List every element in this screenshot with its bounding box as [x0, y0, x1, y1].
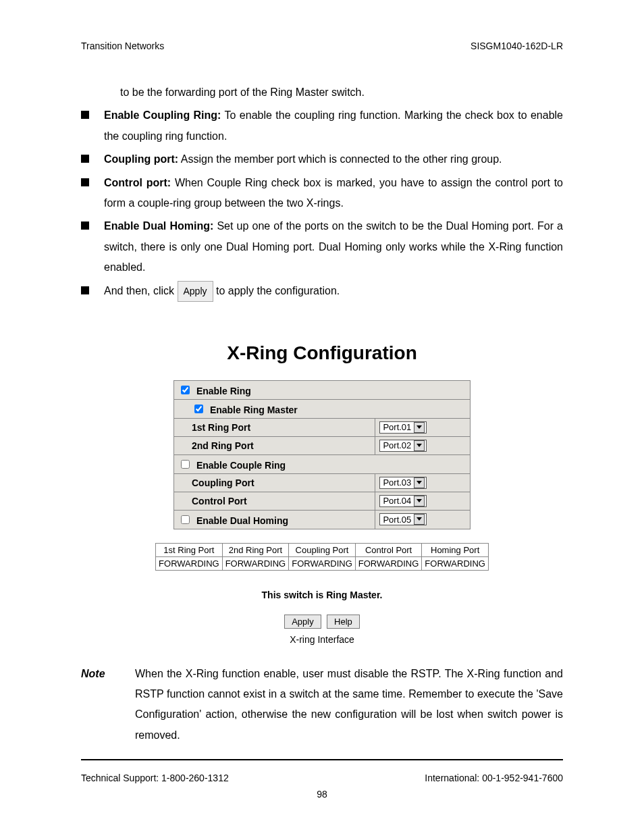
chevron-down-icon: [414, 422, 425, 433]
note-label: Note: [81, 664, 135, 746]
page-number: 98: [81, 789, 563, 800]
control-port-label: Control Port: [192, 496, 247, 506]
figure-title: X-Ring Configuration: [81, 342, 563, 364]
chevron-down-icon: [414, 496, 425, 506]
bullet-body: Assign the member port which is connecte…: [178, 153, 502, 165]
apply-button-inline: Apply: [178, 281, 213, 302]
enable-ring-label: Enable Ring: [196, 386, 251, 396]
coupling-port-label: Coupling Port: [192, 477, 254, 488]
enable-couple-label: Enable Couple Ring: [196, 460, 286, 471]
status-value: FORWARDING: [355, 556, 422, 570]
dual-homing-port-select[interactable]: Port.05: [379, 513, 427, 525]
enable-dual-homing-label: Enable Dual Homing: [196, 515, 288, 526]
bullet-body: When Couple Ring check box is marked, yo…: [104, 177, 563, 209]
enable-ring-master-label: Enable Ring Master: [210, 405, 298, 415]
bullet-icon: [81, 111, 89, 119]
apply-after: to apply the configuration.: [216, 285, 340, 296]
chevron-down-icon: [414, 514, 425, 525]
ring-master-note: This switch is Ring Master.: [81, 590, 563, 600]
second-ring-port-value: Port.02: [383, 440, 411, 450]
button-row: Apply Help: [81, 615, 563, 627]
control-port-select[interactable]: Port.04: [379, 495, 427, 507]
status-table: 1st Ring Port 2nd Ring Port Coupling Por…: [155, 543, 489, 571]
status-header: Homing Port: [422, 543, 489, 556]
list-item: And then, click Apply to apply the confi…: [81, 281, 563, 302]
first-ring-port-label: 1st Ring Port: [192, 422, 250, 433]
list-item: Control port: When Couple Ring check box…: [81, 173, 563, 214]
divider: [81, 759, 563, 760]
continuation-line: to be the forwarding port of the Ring Ma…: [81, 82, 563, 103]
figure-caption: X-ring Interface: [81, 634, 563, 645]
enable-dual-homing-checkbox[interactable]: [181, 515, 190, 524]
header-left: Transition Networks: [81, 41, 164, 51]
coupling-port-value: Port.03: [383, 477, 411, 488]
status-value: FORWARDING: [289, 556, 356, 570]
header-right: SISGM1040-162D-LR: [471, 41, 563, 51]
apply-button[interactable]: Apply: [284, 615, 321, 629]
note-body: When the X-Ring function enable, user mu…: [135, 664, 563, 746]
config-table: Enable Ring Enable Ring Master 1st Ring …: [173, 380, 471, 529]
footer-left: Technical Support: 1-800-260-1312: [81, 773, 229, 783]
bullet-icon: [81, 221, 89, 230]
enable-couple-ring-row: Enable Couple Ring: [174, 454, 471, 473]
bullet-label: Control port:: [104, 177, 171, 188]
bullet-label: Enable Dual Homing:: [104, 220, 213, 232]
figure: X-Ring Configuration Enable Ring Enable …: [81, 342, 563, 645]
status-value: FORWARDING: [156, 556, 223, 570]
bullet-icon: [81, 286, 89, 294]
status-header: Coupling Port: [289, 543, 356, 556]
list-item: Coupling port: Assign the member port wh…: [81, 149, 563, 170]
bullet-label: Coupling port:: [104, 153, 178, 165]
second-ring-port-label: 2nd Ring Port: [192, 440, 254, 451]
bullet-list: to be the forwarding port of the Ring Ma…: [81, 82, 563, 302]
status-header: 2nd Ring Port: [222, 543, 289, 556]
bullet-label: Enable Coupling Ring:: [104, 109, 221, 121]
note-block: Note When the X-Ring function enable, us…: [81, 664, 563, 746]
enable-ring-checkbox[interactable]: [181, 386, 190, 394]
bullet-icon: [81, 155, 89, 163]
enable-ring-master-checkbox[interactable]: [194, 405, 203, 413]
enable-dual-homing-row: Enable Dual Homing: [174, 510, 375, 529]
enable-couple-checkbox[interactable]: [181, 460, 190, 469]
first-ring-port-value: Port.01: [383, 422, 411, 432]
footer-right: International: 00-1-952-941-7600: [425, 773, 563, 783]
list-item: Enable Dual Homing: Set up one of the po…: [81, 216, 563, 278]
coupling-port-select[interactable]: Port.03: [379, 477, 427, 489]
apply-before: And then, click: [104, 285, 178, 296]
page-header: Transition Networks SISGM1040-162D-LR: [81, 41, 563, 51]
second-ring-port-select[interactable]: Port.02: [379, 440, 427, 452]
status-header: Control Port: [355, 543, 422, 556]
status-value: FORWARDING: [422, 556, 489, 570]
enable-ring-master-row: Enable Ring Master: [174, 399, 471, 418]
chevron-down-icon: [414, 440, 425, 451]
help-button[interactable]: Help: [327, 615, 360, 629]
first-ring-port-select[interactable]: Port.01: [379, 421, 427, 434]
list-item: Enable Coupling Ring: To enable the coup…: [81, 105, 563, 147]
bullet-icon: [81, 178, 89, 186]
chevron-down-icon: [414, 477, 425, 488]
status-value: FORWARDING: [222, 556, 289, 570]
status-header: 1st Ring Port: [156, 543, 223, 556]
control-port-value: Port.04: [383, 496, 411, 506]
dual-homing-port-value: Port.05: [383, 515, 411, 525]
enable-ring-row: Enable Ring: [174, 380, 471, 399]
page-footer: Technical Support: 1-800-260-1312 Intern…: [81, 773, 563, 783]
